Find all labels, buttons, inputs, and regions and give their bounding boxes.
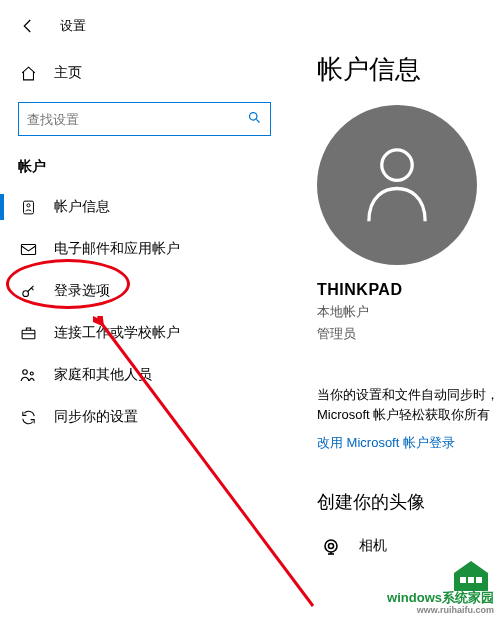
svg-point-8 [382, 150, 412, 180]
search-icon [247, 110, 262, 128]
svg-point-9 [325, 540, 337, 552]
create-avatar-title: 创建你的头像 [317, 490, 500, 514]
svg-point-4 [22, 290, 28, 296]
back-button[interactable] [16, 14, 40, 38]
svg-rect-5 [22, 330, 35, 339]
sidebar-item-account-info[interactable]: 帐户信息 [0, 186, 289, 228]
sidebar-item-sync[interactable]: 同步你的设置 [0, 396, 289, 438]
camera-row[interactable]: 相机 [317, 534, 500, 558]
svg-rect-3 [21, 244, 35, 254]
sidebar-home-label: 主页 [54, 64, 82, 82]
content-pane: 帐户信息 THINKPAD 本地帐户 管理员 当你的设置和文件自动同步时，Mic… [289, 46, 500, 621]
window-title: 设置 [60, 17, 86, 35]
avatar [317, 105, 477, 265]
svg-point-10 [329, 544, 334, 549]
svg-rect-1 [23, 201, 33, 214]
account-type: 本地帐户 [317, 303, 500, 321]
person-icon [18, 199, 38, 216]
sidebar-item-label: 电子邮件和应用帐户 [54, 240, 180, 258]
svg-point-2 [26, 203, 29, 206]
page-title: 帐户信息 [317, 52, 500, 87]
sidebar-home[interactable]: 主页 [0, 56, 289, 90]
briefcase-icon [18, 325, 38, 341]
sync-description: 当你的设置和文件自动同步时，Microsoft 帐户轻松获取你所有 [317, 385, 500, 424]
svg-point-6 [23, 370, 28, 375]
sidebar: 主页 帐户 帐户信息 电子邮 [0, 46, 289, 621]
sync-icon [18, 409, 38, 426]
sidebar-item-label: 同步你的设置 [54, 408, 138, 426]
search-input[interactable] [27, 112, 247, 127]
sidebar-section-title: 帐户 [0, 150, 289, 186]
search-box[interactable] [18, 102, 271, 136]
svg-point-0 [250, 113, 258, 121]
sidebar-item-work-school[interactable]: 连接工作或学校帐户 [0, 312, 289, 354]
svg-point-7 [30, 372, 33, 375]
sidebar-item-label: 帐户信息 [54, 198, 110, 216]
sidebar-item-signin-options[interactable]: 登录选项 [0, 270, 289, 312]
camera-icon [317, 534, 345, 558]
mail-icon [18, 242, 38, 257]
user-name: THINKPAD [317, 281, 500, 299]
sidebar-item-family[interactable]: 家庭和其他人员 [0, 354, 289, 396]
home-icon [18, 65, 38, 82]
sidebar-item-label: 家庭和其他人员 [54, 366, 152, 384]
sidebar-item-label: 登录选项 [54, 282, 110, 300]
sidebar-item-email[interactable]: 电子邮件和应用帐户 [0, 228, 289, 270]
camera-label: 相机 [359, 537, 387, 555]
ms-account-link[interactable]: 改用 Microsoft 帐户登录 [317, 434, 500, 452]
sidebar-item-label: 连接工作或学校帐户 [54, 324, 180, 342]
key-icon [18, 283, 38, 300]
user-role: 管理员 [317, 325, 500, 343]
family-icon [18, 367, 38, 383]
